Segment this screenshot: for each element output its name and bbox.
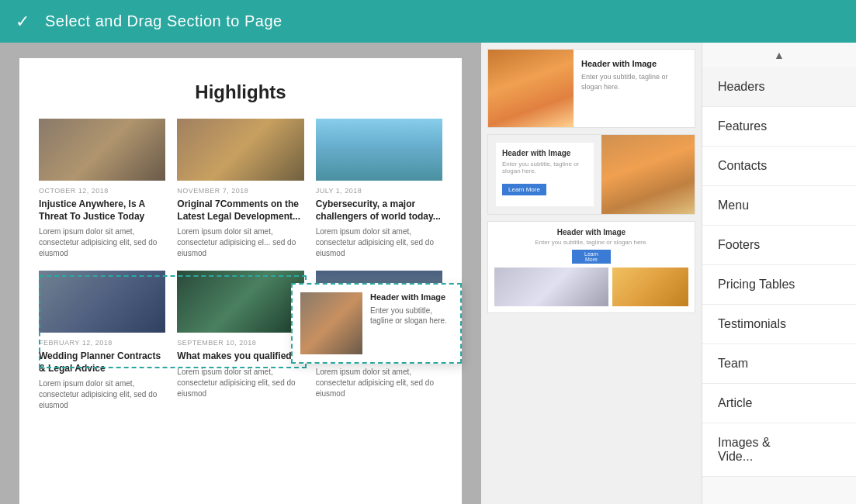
- drag-card-content: Header with Image Enter you subtitle, ta…: [370, 292, 452, 326]
- blog-image-5: [177, 271, 303, 333]
- preview-photo-3a: [494, 268, 608, 306]
- category-item-pricing-tables[interactable]: Pricing Tables: [702, 265, 856, 305]
- blog-card: NOVEMBER 7, 2018 Original 7Comments on t…: [177, 119, 303, 259]
- blog-image-3: [316, 119, 442, 181]
- preview-label-2: Header with Image: [502, 149, 587, 157]
- category-item-images-video[interactable]: Images &Vide...: [702, 423, 856, 477]
- blog-excerpt-4: Lorem ipsum dolor sit amet, consectetur …: [39, 378, 165, 411]
- blog-excerpt-5: Lorem ipsum dolor sit amet, consectetur …: [177, 367, 303, 399]
- category-item-headers[interactable]: Headers: [702, 67, 856, 107]
- blog-headline-5: What makes you qualified?: [177, 350, 303, 363]
- check-icon: ✓: [16, 12, 29, 32]
- main-content: Highlights OCTOBER 12, 2018 Injustice An…: [0, 43, 856, 504]
- left-panel: Highlights OCTOBER 12, 2018 Injustice An…: [0, 43, 481, 504]
- blog-headline-4: Wedding Planner Contracts & Legal Advice: [39, 350, 165, 375]
- preview-card-layout-3: Header with Image Enter you subtitle, ta…: [488, 222, 695, 312]
- blog-card: FEBRUARY 12, 2018 Wedding Planner Contra…: [39, 271, 165, 411]
- blog-excerpt-2: Lorem ipsum dolor sit amet, consectetur …: [177, 226, 303, 259]
- drag-card-text: Enter you subtitle, tagline or slogan he…: [370, 306, 452, 326]
- preview-subtext-3: Enter you subtitle, tagline or slogan he…: [494, 239, 688, 246]
- preview-subtext-1: Enter you subtitle, tagline or slogan he…: [581, 72, 687, 91]
- page-preview: Highlights OCTOBER 12, 2018 Injustice An…: [19, 58, 462, 504]
- right-panel: ▲ Headers Features Contacts Menu Footers…: [702, 43, 856, 504]
- scroll-up-icon[interactable]: ▲: [702, 43, 856, 67]
- category-item-contacts[interactable]: Contacts: [702, 147, 856, 186]
- blog-image-2: [177, 119, 303, 181]
- preview-label-1: Header with Image: [581, 59, 687, 68]
- category-item-features[interactable]: Features: [702, 107, 856, 147]
- blog-headline-3: Cybersecurity, a major challengers of wo…: [316, 198, 442, 223]
- blog-date-2: NOVEMBER 7, 2018: [177, 187, 303, 195]
- category-item-article[interactable]: Article: [702, 384, 856, 423]
- preview-photo-3b: [612, 268, 688, 306]
- preview-btn-2: Learn More: [502, 184, 546, 195]
- section-preview-3[interactable]: Header with Image Enter you subtitle, ta…: [487, 221, 695, 313]
- section-preview-2[interactable]: Header with Image Enter you subtitle, ta…: [487, 134, 695, 215]
- blog-headline-2: Original 7Comments on the Latest Legal D…: [177, 198, 303, 223]
- category-item-menu[interactable]: Menu: [702, 186, 856, 226]
- person-photo: [488, 50, 574, 127]
- middle-panel: Header with Image Enter you subtitle, ta…: [481, 43, 702, 504]
- blog-date-4: FEBRUARY 12, 2018: [39, 339, 165, 347]
- blog-image-1: [39, 119, 165, 181]
- blog-grid: OCTOBER 12, 2018 Injustice Anywhere, Is …: [39, 119, 442, 411]
- blog-excerpt-6: Lorem ipsum dolor sit amet, consectetur …: [316, 367, 442, 399]
- blog-date-5: SEPTEMBER 10, 2018: [177, 339, 303, 347]
- top-bar: ✓ Select and Drag Section to Page: [0, 0, 856, 43]
- preview-card-layout-1: Header with Image Enter you subtitle, ta…: [488, 50, 695, 127]
- blog-excerpt-3: Lorem ipsum dolor sit amet, consectetur …: [316, 226, 442, 259]
- drag-card-title: Header with Image: [370, 292, 452, 302]
- drag-card-image: [300, 292, 362, 354]
- preview-card-layout-2: Header with Image Enter you subtitle, ta…: [488, 135, 695, 214]
- preview-photo-2: [601, 135, 695, 214]
- preview-inner-card-2: Header with Image Enter you subtitle, ta…: [496, 143, 594, 206]
- section-preview-1[interactable]: Header with Image Enter you subtitle, ta…: [487, 49, 695, 128]
- blog-headline-1: Injustice Anywhere, Is A Threat To Justi…: [39, 198, 165, 223]
- page-title: Highlights: [39, 81, 442, 103]
- category-item-testimonials[interactable]: Testimonials: [702, 305, 856, 344]
- blog-card: OCTOBER 12, 2018 Injustice Anywhere, Is …: [39, 119, 165, 259]
- preview-text-1: Header with Image Enter you subtitle, ta…: [574, 50, 695, 127]
- preview-images-3: [494, 268, 688, 306]
- blog-date-3: JULY 1, 2018: [316, 187, 442, 195]
- category-item-footers[interactable]: Footers: [702, 226, 856, 265]
- preview-btn-3: Learn More: [572, 250, 611, 264]
- preview-subtext-2: Enter you subtitle, tagline or slogan he…: [502, 161, 587, 174]
- preview-image-right-2: [601, 135, 695, 214]
- drag-card: Header with Image Enter you subtitle, ta…: [291, 283, 462, 364]
- images-video-label: Images &Vide...: [718, 436, 771, 463]
- preview-text-left-2: Header with Image Enter you subtitle, ta…: [488, 135, 601, 214]
- blog-date-1: OCTOBER 12, 2018: [39, 187, 165, 195]
- preview-image-1: [488, 50, 574, 127]
- top-bar-title: Select and Drag Section to Page: [45, 12, 282, 30]
- blog-image-4: [39, 271, 165, 333]
- blog-excerpt-1: Lorem ipsum dolor sit amet, consectetur …: [39, 226, 165, 259]
- preview-label-3: Header with Image: [494, 228, 688, 236]
- category-item-team[interactable]: Team: [702, 344, 856, 384]
- blog-card: SEPTEMBER 10, 2018 What makes you qualif…: [177, 271, 303, 411]
- blog-card: JULY 1, 2018 Cybersecurity, a major chal…: [316, 119, 442, 259]
